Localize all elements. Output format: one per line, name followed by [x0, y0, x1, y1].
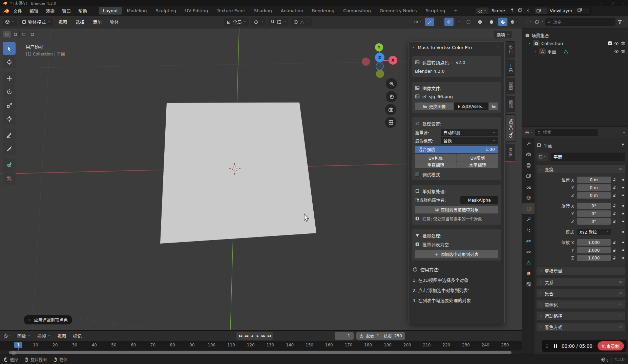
animate-dot[interactable]	[622, 213, 624, 214]
tab-uv-editing[interactable]: UV Editing	[181, 7, 212, 15]
tab-render[interactable]	[522, 149, 535, 160]
end-value[interactable]: 250	[394, 334, 402, 338]
tab-texture[interactable]	[522, 279, 535, 290]
flip-horizontal-button[interactable]: 水平翻转	[457, 161, 499, 168]
checkbox-icon[interactable]	[608, 41, 612, 46]
animate-dot[interactable]	[622, 187, 624, 188]
tab-world[interactable]	[522, 192, 535, 203]
tab-scripting[interactable]: Scripting	[421, 7, 449, 15]
tab-geometry-nodes[interactable]: Geometry Nodes	[376, 7, 421, 15]
lock-icon[interactable]	[612, 185, 617, 190]
tab-object[interactable]	[522, 203, 535, 214]
lock-icon[interactable]	[612, 211, 617, 216]
new-viewlayer-icon[interactable]	[577, 8, 582, 13]
jump-to-end-button[interactable]: ▶▮	[266, 334, 272, 338]
rotation-x-field[interactable]: 0°	[577, 203, 611, 209]
tool-scale[interactable]	[3, 99, 16, 112]
chevron-right-icon[interactable]	[534, 50, 537, 53]
properties-search[interactable]	[535, 129, 598, 136]
location-y-field[interactable]: 0 m	[577, 184, 611, 191]
lock-icon[interactable]	[612, 193, 617, 198]
location-z-field[interactable]: 0 m	[577, 192, 611, 199]
grip-icon[interactable]	[618, 280, 623, 285]
gizmo-dropdown[interactable]	[437, 18, 442, 26]
pin-icon[interactable]	[621, 143, 625, 147]
tab-texture-paint[interactable]: Texture Paint	[213, 7, 249, 15]
tab-compositing[interactable]: Compositing	[339, 7, 375, 15]
scale-y-field[interactable]: 1.000	[577, 247, 611, 253]
browse-image-button[interactable]	[489, 103, 498, 110]
tab-tool[interactable]	[522, 138, 535, 149]
menu-add[interactable]: 添加	[90, 19, 105, 25]
frame-range-control[interactable]: 起始 1 结束 250	[356, 332, 405, 340]
animate-dot[interactable]	[622, 205, 624, 207]
menu-render[interactable]: 渲染	[42, 7, 58, 14]
rotation-y-field[interactable]: 0°	[577, 210, 611, 217]
tab-object-data[interactable]	[522, 257, 535, 268]
apply-to-selected-button[interactable]: 应用到当前选中对象	[415, 206, 498, 213]
select-set-button[interactable]	[3, 31, 11, 38]
sidebar-tab-m2r[interactable]: M2R	[506, 144, 515, 161]
sidebar-tab-item[interactable]: 条目	[506, 41, 515, 58]
animate-dot[interactable]	[622, 249, 624, 251]
grip-icon[interactable]	[618, 167, 623, 172]
object-id-selector[interactable]	[537, 153, 548, 161]
tab-layout[interactable]: Layout	[99, 7, 122, 15]
remove-viewlayer-icon[interactable]	[585, 9, 589, 12]
select-intersect-button[interactable]	[28, 31, 37, 38]
collapse-icon[interactable]	[412, 46, 415, 49]
camera-icon[interactable]	[621, 41, 625, 46]
prev-keyframe-button[interactable]: ◀◀	[243, 334, 249, 338]
tab-modifiers[interactable]	[522, 214, 535, 225]
viewlayer-selector[interactable]: ViewLayer	[534, 7, 591, 15]
scale-z-field[interactable]: 1.000	[577, 255, 611, 261]
drag-handle-icon[interactable]	[545, 344, 549, 348]
proportional-editing[interactable]	[291, 18, 312, 26]
select-subtract-button[interactable]	[20, 31, 28, 38]
blend-mode-dropdown[interactable]: 替换	[441, 137, 498, 144]
pivot-point-button[interactable]	[251, 18, 266, 26]
tab-modeling[interactable]: Modeling	[123, 7, 151, 15]
outliner-search[interactable]	[545, 18, 615, 26]
tool-addon-extra[interactable]	[3, 172, 16, 185]
lock-icon[interactable]	[612, 204, 617, 208]
tab-particles[interactable]	[522, 225, 535, 235]
animate-dot[interactable]	[622, 179, 624, 181]
current-frame-field[interactable]: 1	[335, 332, 354, 340]
properties-search-input[interactable]	[543, 130, 596, 135]
scene-name[interactable]: Scene	[488, 8, 508, 13]
tab-constraints[interactable]	[522, 246, 535, 257]
lock-icon[interactable]	[612, 219, 617, 224]
add-selected-button[interactable]: 添加选中对象到列表	[415, 250, 498, 258]
visibility-dropdown[interactable]	[414, 18, 423, 26]
outliner-filter-button[interactable]	[617, 20, 626, 24]
uv-clamp-button[interactable]: UV限制	[457, 154, 499, 161]
tool-rotate[interactable]	[3, 85, 16, 98]
object-row[interactable]: 平面	[522, 47, 628, 55]
lock-icon[interactable]	[612, 178, 617, 182]
shading-wireframe[interactable]	[475, 18, 484, 26]
grip-icon[interactable]	[618, 291, 623, 296]
play-button[interactable]: ▶	[255, 334, 260, 338]
menu-playback[interactable]: 回放	[15, 333, 33, 339]
timeline-scrollbar[interactable]	[9, 351, 511, 354]
outliner-display-mode[interactable]	[524, 20, 533, 24]
section-instancing[interactable]: 实例化	[537, 300, 625, 309]
sidebar-tab-edit[interactable]: 编辑	[506, 96, 515, 112]
gizmo-toggle[interactable]	[425, 18, 434, 26]
animate-dot[interactable]	[622, 257, 624, 259]
ortho-toggle-button[interactable]	[385, 117, 396, 128]
shading-material[interactable]	[498, 18, 507, 26]
animate-dot[interactable]	[622, 221, 624, 222]
panel-title[interactable]: Mask To Vertex Color Pro	[418, 45, 472, 50]
transform-orientation[interactable]: 全局	[224, 18, 249, 26]
scale-x-field[interactable]: 1.000	[577, 239, 611, 246]
animate-dot[interactable]	[622, 231, 624, 233]
tool-cursor[interactable]	[3, 55, 16, 68]
animate-dot[interactable]	[622, 242, 624, 243]
chevron-down-icon[interactable]	[622, 131, 626, 134]
tab-scene[interactable]	[522, 181, 535, 192]
debug-checkbox[interactable]	[415, 172, 420, 177]
play-reverse-button[interactable]: ◀	[249, 334, 255, 338]
menu-marker[interactable]: 标记	[70, 333, 84, 339]
